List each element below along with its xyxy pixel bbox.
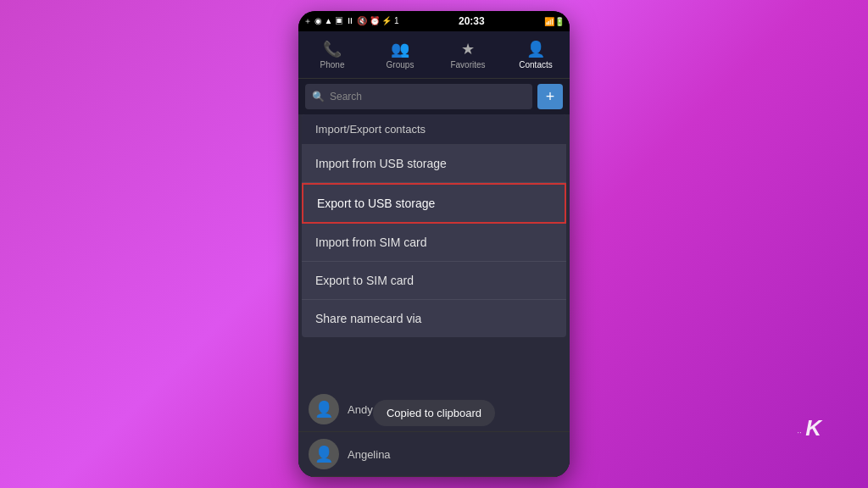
status-icons-right: 📶🔋 [544, 17, 565, 26]
signal-battery-icons: 📶🔋 [544, 17, 565, 26]
search-icon: 🔍 [312, 91, 325, 103]
kiswe-logo: K [805, 415, 821, 441]
groups-tab-icon: 👥 [391, 40, 409, 58]
search-input-container[interactable]: 🔍 Search [305, 84, 532, 109]
menu-title: Import/Export contacts [302, 114, 566, 145]
search-bar: 🔍 Search + [298, 79, 570, 114]
contact-name-angelina: Angelina [348, 448, 391, 461]
contact-name-andy: Andy [348, 403, 373, 416]
toast-message: Copied to clipboard [387, 407, 481, 419]
favorites-tab-label: Favorites [450, 60, 485, 69]
phone-tab-label: Phone [320, 60, 345, 69]
search-placeholder: Search [330, 91, 362, 103]
menu-item-export-sim[interactable]: Export to SIM card [302, 262, 566, 300]
menu-item-import-sim[interactable]: Import from SIM card [302, 224, 566, 262]
contact-item-angelina[interactable]: 👤 Angelina [298, 432, 570, 477]
phone-tab-icon: 📞 [323, 40, 342, 58]
status-bar: ＋ ◉ ▲ ▣ ⏸ 🔇 ⏰ ⚡ 1 20:33 📶🔋 [298, 11, 570, 31]
status-icons-left: ＋ ◉ ▲ ▣ ⏸ 🔇 ⏰ ⚡ 1 [303, 15, 399, 27]
favorites-tab-icon: ★ [461, 40, 475, 58]
contacts-tab-icon: 👤 [526, 40, 545, 58]
phone-frame: ＋ ◉ ▲ ▣ ⏸ 🔇 ⏰ ⚡ 1 20:33 📶🔋 📞 Phone 👥 Gro… [298, 11, 570, 477]
import-export-menu: Import/Export contacts Import from USB s… [302, 114, 566, 337]
menu-item-export-usb[interactable]: Export to USB storage [302, 183, 566, 224]
add-contact-button[interactable]: + [537, 84, 563, 109]
tab-groups[interactable]: 👥 Groups [366, 40, 434, 69]
groups-tab-label: Groups [387, 60, 415, 69]
notification-icons: ＋ ◉ ▲ ▣ ⏸ 🔇 ⏰ ⚡ 1 [303, 15, 399, 27]
tab-contacts[interactable]: 👤 Contacts [502, 40, 570, 69]
tab-favorites[interactable]: ★ Favorites [434, 40, 502, 69]
avatar-icon-2: 👤 [314, 445, 333, 463]
tab-phone[interactable]: 📞 Phone [298, 40, 366, 69]
kiswe-dots: ·· [797, 428, 802, 437]
toast-notification: Copied to clipboard [373, 400, 495, 426]
menu-item-share-namecard[interactable]: Share namecard via [302, 300, 566, 337]
status-time: 20:33 [459, 15, 485, 27]
kiswe-branding: ·· K [797, 415, 821, 441]
contacts-tab-label: Contacts [519, 60, 552, 69]
contact-avatar-angelina: 👤 [309, 439, 339, 469]
avatar-icon: 👤 [314, 400, 333, 419]
main-content: 🔍 Search + Import/Export contacts Import… [298, 79, 570, 477]
contact-avatar-andy: 👤 [309, 394, 339, 424]
tab-bar: 📞 Phone 👥 Groups ★ Favorites 👤 Contacts [298, 31, 570, 79]
menu-item-import-usb[interactable]: Import from USB storage [302, 145, 566, 183]
add-icon: + [546, 88, 555, 106]
